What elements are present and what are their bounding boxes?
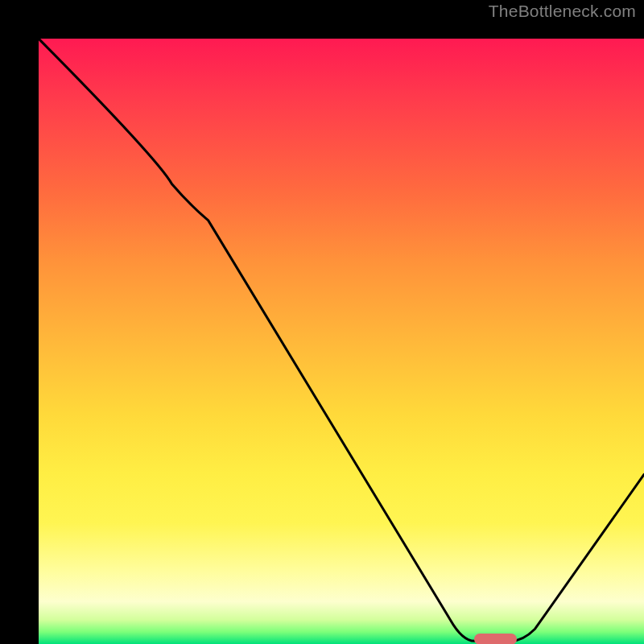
bottleneck-curve bbox=[39, 39, 644, 644]
chart-frame bbox=[0, 0, 644, 644]
chart-plot-area bbox=[39, 39, 644, 644]
watermark-label: TheBottleneck.com bbox=[489, 2, 636, 21]
optimal-range-marker bbox=[474, 634, 517, 644]
curve-path bbox=[39, 39, 644, 641]
